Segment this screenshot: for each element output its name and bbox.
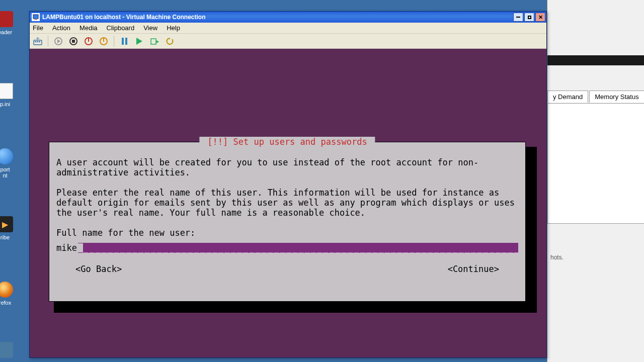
scribe-icon: ▶ (0, 216, 13, 232)
svg-rect-2 (34, 40, 42, 45)
revert-button[interactable] (164, 35, 176, 47)
desktop-icon[interactable]: ▶ ribe (0, 216, 15, 240)
keyboard-icon (33, 37, 42, 45)
cube-icon (0, 342, 13, 358)
fullname-input[interactable]: mike____________________________________… (56, 243, 518, 253)
desktop-icon[interactable]: eader (0, 11, 15, 35)
menu-action[interactable]: Action (52, 24, 70, 32)
input-fill: ________________________________________… (83, 243, 518, 253)
firefox-icon (0, 282, 13, 298)
text-cursor (78, 243, 83, 252)
play-icon (136, 38, 142, 45)
desktop-icon[interactable]: refox (0, 282, 15, 306)
toolbar-separator (48, 36, 48, 47)
svg-rect-1 (34, 19, 37, 20)
toolbar-separator (114, 36, 114, 47)
pause-icon (122, 38, 127, 45)
start-icon (54, 37, 62, 45)
desktop-icon-label: refox (0, 300, 15, 306)
ctrl-alt-del-button[interactable] (32, 35, 44, 47)
desktop-icon-label: ribe (0, 234, 15, 240)
shutdown-icon (85, 37, 93, 45)
background-list-area (547, 103, 644, 224)
desktop-icon[interactable]: port nt (0, 148, 15, 178)
revert-icon (165, 37, 174, 45)
shutdown-button[interactable] (83, 35, 95, 47)
input-value: mike (56, 243, 78, 253)
stop-icon (69, 37, 77, 45)
svg-rect-4 (37, 41, 38, 42)
maximize-button[interactable] (524, 13, 534, 22)
input-prompt-label: Full name for the new user: (56, 228, 518, 238)
continue-button[interactable]: <Continue> (448, 264, 499, 274)
reset-button[interactable] (133, 35, 145, 47)
window-title: LAMPBuntu01 on localhost - Virtual Machi… (42, 14, 512, 21)
desktop-icon-label: port nt (0, 166, 15, 178)
ini-file-icon (0, 83, 13, 99)
minimize-icon (516, 17, 520, 18)
menubar: File Action Media Clipboard View Help (30, 23, 546, 34)
dialog-paragraph: Please enter the real name of this user.… (56, 188, 518, 218)
turnoff-button[interactable] (67, 35, 79, 47)
pause-button[interactable] (118, 35, 130, 47)
menu-clipboard[interactable]: Clipboard (107, 24, 135, 32)
go-back-button[interactable]: <Go Back> (75, 264, 122, 274)
menu-media[interactable]: Media (79, 24, 97, 32)
toolbar (30, 34, 546, 49)
snapshot-button[interactable] (148, 35, 160, 47)
svg-rect-0 (33, 15, 38, 19)
desktop-icon[interactable]: p.ini (0, 83, 15, 107)
tab-memory-status[interactable]: Memory Status (589, 90, 644, 103)
start-button[interactable] (52, 35, 64, 47)
svg-rect-5 (39, 41, 40, 42)
maximize-icon (528, 16, 531, 19)
menu-file[interactable]: File (33, 24, 43, 32)
save-button[interactable] (98, 35, 110, 47)
dialog-paragraph: A user account will be created for you t… (56, 157, 518, 177)
reader-icon (0, 11, 13, 27)
titlebar[interactable]: LAMPBuntu01 on localhost - Virtual Machi… (30, 12, 546, 23)
vm-guest-display[interactable]: [!!] Set up users and passwords A user a… (30, 49, 546, 357)
minimize-button[interactable] (513, 13, 523, 22)
dialog-title: [!!] Set up users and passwords (199, 137, 375, 147)
background-toolbar (547, 55, 644, 65)
vm-connection-window: LAMPBuntu01 on localhost - Virtual Machi… (29, 11, 547, 358)
desktop-icon-label: eader (0, 29, 15, 35)
app-icon (32, 13, 40, 21)
menu-help[interactable]: Help (167, 24, 180, 32)
tab-demand[interactable]: y Demand (547, 90, 588, 103)
background-hint-text: hots. (550, 254, 564, 261)
desktop-icon[interactable] (0, 342, 15, 360)
close-icon: ✕ (538, 14, 543, 21)
desktop-icon-label: p.ini (0, 101, 15, 107)
snapshot-icon (150, 37, 159, 45)
background-window: y Demand Memory Status hots. (547, 0, 644, 362)
save-state-icon (100, 37, 108, 45)
port-icon (0, 148, 13, 164)
installer-dialog: [!!] Set up users and passwords A user a… (49, 142, 526, 302)
menu-view[interactable]: View (143, 24, 157, 32)
svg-rect-3 (35, 41, 36, 42)
svg-rect-6 (151, 39, 156, 44)
close-button[interactable]: ✕ (535, 13, 545, 22)
